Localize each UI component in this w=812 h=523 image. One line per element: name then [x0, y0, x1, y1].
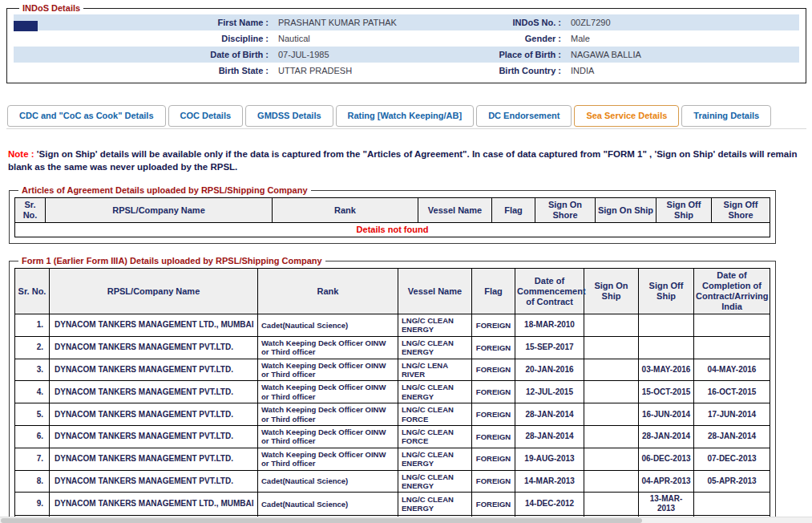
table-cell: 4.	[15, 381, 50, 403]
table-cell: 2.	[15, 336, 50, 359]
table-cell: 20-JAN-2016	[515, 359, 584, 381]
col-date-of-completion: Date of Completion of Contract/Arriving …	[694, 269, 770, 314]
col-sr-no: Sr. No.	[15, 198, 46, 223]
table-cell: Watch Keeping Deck Officer OINW or Third…	[258, 359, 398, 381]
table-cell: 07-DEC-2013	[694, 448, 770, 470]
table-cell: 03-MAY-2016	[639, 359, 694, 381]
gender-value: Male	[564, 34, 799, 43]
table-cell: Watch Keeping Deck Officer OINW or Third…	[258, 381, 398, 403]
table-cell: 7.	[15, 448, 50, 470]
horizontal-scrollbar[interactable]	[0, 517, 812, 523]
table-row: 4.DYNACOM TANKERS MANAGEMENT PVT.LTD.Wat…	[15, 381, 770, 403]
indos-no-label: INDoS No. :	[452, 18, 564, 27]
indos-details-legend: INDoS Details	[19, 3, 83, 13]
table-cell: 8.	[15, 470, 50, 493]
table-cell	[639, 314, 694, 337]
tab-cdc-and-coc-as-cook-details[interactable]: CDC and "CoC as Cook" Details	[7, 105, 166, 127]
articles-legend: Articles of Agreement Details uploaded b…	[18, 185, 311, 195]
table-row: 8.DYNACOM TANKERS MANAGEMENT PVT.LTD.Cad…	[15, 470, 770, 493]
tab-divider	[6, 128, 806, 129]
place-of-birth-value: NAGAWA BALLIA	[564, 50, 799, 59]
table-cell: LNG/C CLEAN ENERGY	[398, 448, 472, 470]
tab-sea-service-details[interactable]: Sea Service Details	[574, 105, 679, 127]
table-cell: LNG/C CLEAN FORCE	[398, 403, 472, 426]
col-sign-off-ship: Sign Off Ship	[639, 269, 694, 314]
birth-state-label: Birth State :	[14, 66, 272, 75]
note-prefix: Note :	[8, 149, 34, 159]
table-cell: DYNACOM TANKERS MANAGEMENT PVT.LTD.	[50, 359, 258, 381]
table-cell: Cadet(Nautical Science)	[258, 314, 398, 337]
table-cell: FOREIGN	[472, 425, 515, 448]
table-cell: Cadet(Nautical Science)	[258, 470, 398, 493]
table-cell: 17-JUN-2014	[694, 403, 770, 426]
table-cell: 16-JUN-2014	[639, 403, 694, 426]
tab-dc-endorsement[interactable]: DC Endorsement	[476, 105, 572, 127]
table-cell: FOREIGN	[472, 359, 515, 381]
tab-gmdss-details[interactable]: GMDSS Details	[245, 105, 333, 127]
table-cell: FOREIGN	[472, 314, 515, 337]
first-name-value: PRASHANT KUMAR PATHAK	[272, 18, 452, 27]
table-cell: DYNACOM TANKERS MANAGEMENT PVT.LTD.	[50, 448, 258, 470]
gender-label: Gender :	[452, 34, 564, 43]
table-cell: DYNACOM TANKERS MANAGEMENT PVT.LTD.	[50, 403, 258, 426]
scrollbar-thumb[interactable]	[1, 518, 642, 523]
indos-no-value: 00ZL7290	[564, 18, 799, 27]
table-row: 5.DYNACOM TANKERS MANAGEMENT PVT.LTD.Wat…	[15, 403, 770, 426]
tab-coc-details[interactable]: COC Details	[168, 105, 244, 127]
table-cell: 9.	[15, 493, 50, 516]
table-cell	[584, 403, 639, 426]
table-cell: LNG/C LENA RIVER	[398, 359, 472, 381]
form1-table: Sr. No. RPSL/Company Name Rank Vessel Na…	[14, 268, 770, 523]
birth-state-value: UTTAR PRADESH	[272, 66, 452, 75]
table-cell: 28-JAN-2014	[515, 403, 584, 426]
col-vessel-name: Vessel Name	[398, 269, 472, 314]
table-cell: Watch Keeping Deck Officer OINW or Third…	[258, 425, 398, 448]
date-of-birth-label: Date of Birth :	[14, 50, 272, 59]
col-sign-on-ship: Sign On Ship	[584, 269, 639, 314]
place-of-birth-label: Place of Birth :	[452, 50, 564, 59]
col-date-of-commencement: Date of Commencement of Contract	[515, 269, 584, 314]
table-cell: LNG/C CLEAN FORCE	[398, 425, 472, 448]
col-rank: Rank	[273, 198, 418, 223]
table-row: 9.DYNACOM TANKERS MANAGEMENT LTD., MUMBA…	[15, 493, 770, 516]
table-cell: 28-JAN-2014	[694, 425, 770, 448]
table-cell: 3.	[15, 359, 50, 381]
table-cell: FOREIGN	[472, 448, 515, 470]
first-name-label: First Name :	[14, 18, 272, 27]
table-cell: 28-JAN-2014	[515, 425, 584, 448]
table-cell: LNG/C CLEAN ENERGY	[398, 336, 472, 359]
table-cell: 5.	[15, 403, 50, 426]
table-cell	[694, 336, 770, 359]
table-cell	[584, 381, 639, 403]
col-company-name: RPSL/Company Name	[50, 269, 258, 314]
table-cell: FOREIGN	[472, 403, 515, 426]
col-sr-no: Sr. No.	[15, 269, 50, 314]
col-vessel-name: Vessel Name	[418, 198, 492, 223]
birth-country-value: INDIA	[564, 66, 799, 75]
table-cell: FOREIGN	[472, 336, 515, 359]
table-cell: LNG/C CLEAN ENERGY	[398, 381, 472, 403]
table-cell: FOREIGN	[472, 470, 515, 493]
table-cell: DYNACOM TANKERS MANAGEMENT PVT.LTD.	[50, 336, 258, 359]
col-sign-off-shore: Sign Off Shore	[712, 198, 770, 223]
table-cell: DYNACOM TANKERS MANAGEMENT PVT.LTD.	[50, 381, 258, 403]
table-cell: 15-SEP-2017	[515, 336, 584, 359]
table-cell: FOREIGN	[472, 381, 515, 403]
articles-table: Sr. No. RPSL/Company Name Rank Vessel Na…	[14, 197, 770, 237]
table-cell: LNG/C CLEAN ENERGY	[398, 470, 472, 493]
note-body: 'Sign on Ship' details will be available…	[8, 149, 797, 172]
col-rank: Rank	[258, 269, 398, 314]
table-cell: Cadet(Nautical Science)	[258, 493, 398, 516]
table-cell: DYNACOM TANKERS MANAGEMENT PVT.LTD.	[50, 425, 258, 448]
tab-rating-watch-keeping-ab[interactable]: Rating [Watch Keeping/AB]	[336, 105, 475, 127]
table-cell: 14-DEC-2012	[515, 493, 584, 516]
table-cell: 04-MAY-2016	[694, 359, 770, 381]
table-cell	[639, 336, 694, 359]
table-cell: 04-APR-2013	[639, 470, 694, 493]
table-cell: 13-MAR-2013	[639, 493, 694, 516]
table-row: 3.DYNACOM TANKERS MANAGEMENT PVT.LTD.Wat…	[15, 359, 770, 381]
form1-fieldset: Form 1 (Earlier Form IIIA) Details uploa…	[9, 256, 776, 523]
form1-legend: Form 1 (Earlier Form IIIA) Details uploa…	[18, 256, 325, 266]
table-cell: Watch Keeping Deck Officer OINW or Third…	[258, 336, 398, 359]
tab-training-details[interactable]: Training Details	[681, 105, 771, 127]
